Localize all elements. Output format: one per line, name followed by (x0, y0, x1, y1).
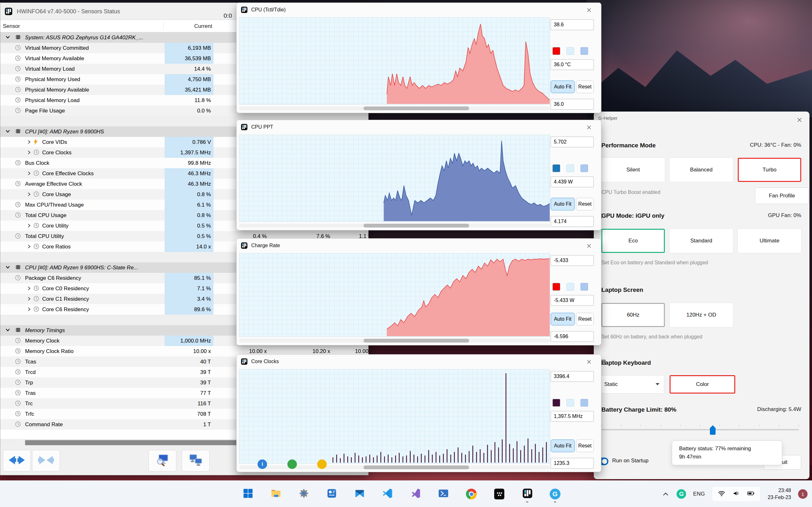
chevron-down-icon[interactable] (5, 328, 10, 334)
keyboard-color-button[interactable]: Color (670, 375, 735, 394)
chevron-down-icon[interactable] (5, 265, 10, 271)
screen-button-60hz[interactable]: 60Hz (601, 303, 665, 327)
grammarly-tray-icon[interactable]: G (676, 489, 686, 499)
grid-color-swatch[interactable] (580, 164, 588, 172)
taskbar-app-mail[interactable] (353, 485, 367, 503)
fan-profile-button[interactable]: Fan Profile (755, 187, 809, 204)
reset-button[interactable]: Reset (576, 313, 594, 326)
column-header-sensor[interactable]: Sensor (3, 20, 20, 32)
screen-button-120hz[interactable]: 120Hz + OD (670, 303, 733, 327)
column-header-current[interactable]: Current (165, 20, 212, 32)
graph-plot-area[interactable] (239, 135, 550, 222)
chevron-right-icon[interactable] (27, 171, 32, 177)
reset-button[interactable]: Reset (576, 80, 594, 93)
chevron-down-icon[interactable] (5, 35, 10, 41)
graph-window-titlebar[interactable]: Core Clocks (237, 354, 601, 369)
background-color-swatch[interactable] (566, 399, 574, 406)
info-icon[interactable]: i (258, 459, 267, 469)
green-status-icon[interactable] (287, 459, 297, 469)
chevron-right-icon[interactable] (27, 139, 32, 146)
wifi-icon[interactable] (718, 490, 725, 498)
scrollbar-thumb[interactable] (363, 339, 469, 343)
scrollbar-thumb[interactable] (363, 107, 469, 110)
graph-window-titlebar[interactable]: CPU (Tctl/Tdie) (237, 3, 601, 17)
gpu-button-ultimate[interactable]: Ultimate (738, 229, 801, 253)
reset-button[interactable]: Reset (576, 440, 594, 452)
graph-horizontal-scrollbar[interactable] (239, 107, 550, 110)
taskbar-app-hwinfo[interactable] (520, 485, 534, 503)
ghelper-close-icon[interactable] (796, 116, 803, 124)
graph-plot-area[interactable] (239, 17, 550, 105)
collapse-columns-button[interactable] (32, 450, 60, 471)
taskbar-app-start[interactable] (241, 485, 255, 503)
grid-color-swatch[interactable] (580, 47, 588, 55)
background-color-swatch[interactable] (566, 283, 574, 291)
battery-tray-icon[interactable] (747, 490, 755, 498)
volume-icon[interactable] (732, 490, 740, 498)
discharging-status: Discharging: 5.4W (757, 406, 801, 412)
auto-fit-button[interactable]: Auto Fit (551, 313, 575, 326)
graph-horizontal-scrollbar[interactable] (239, 339, 550, 343)
background-color-swatch[interactable] (566, 47, 574, 55)
taskbar-app-powershell[interactable] (437, 485, 450, 503)
notification-badge[interactable]: 1 (798, 489, 808, 499)
chevron-right-icon[interactable] (27, 307, 32, 313)
tray-clock[interactable]: 23:48 23-Feb-23 (768, 487, 791, 501)
taskbar-app-file-explorer[interactable] (269, 485, 283, 503)
series-color-swatch[interactable] (553, 164, 560, 172)
warning-status-icon[interactable] (317, 459, 327, 469)
scrollbar-thumb[interactable] (363, 465, 469, 469)
taskbar-app-system-monitor[interactable] (325, 485, 339, 503)
keyboard-mode-dropdown[interactable]: Static (597, 375, 664, 394)
chevron-right-icon[interactable] (27, 192, 32, 198)
screen-zoom-button[interactable] (148, 450, 176, 471)
chevron-right-icon[interactable] (27, 296, 32, 302)
graph-horizontal-scrollbar[interactable] (239, 224, 550, 228)
taskbar-app-settings[interactable] (297, 485, 311, 503)
perf-button-turbo[interactable]: Turbo (738, 158, 801, 182)
taskbar-app-chrome[interactable] (464, 485, 478, 503)
tray-chevron-up-icon[interactable] (661, 490, 670, 498)
perf-button-balanced[interactable]: Balanced (670, 158, 733, 182)
taskbar-app-vscode[interactable] (380, 485, 395, 503)
battery-limit-slider[interactable] (601, 424, 799, 435)
series-color-swatch[interactable] (553, 283, 560, 291)
chevron-right-icon[interactable] (27, 244, 32, 250)
sensor-group-label: Memory Timings (25, 325, 65, 336)
close-icon[interactable] (585, 242, 593, 250)
auto-fit-button[interactable]: Auto Fit (551, 198, 575, 210)
tray-status-pill[interactable] (712, 486, 761, 502)
perf-button-silent[interactable]: Silent (601, 158, 665, 182)
chevron-down-icon[interactable] (5, 129, 10, 135)
series-color-swatch[interactable] (553, 399, 560, 406)
gpu-button-eco[interactable]: Eco (601, 229, 665, 253)
language-indicator[interactable]: ENG (693, 491, 705, 497)
grid-color-swatch[interactable] (580, 283, 588, 291)
chevron-right-icon[interactable] (27, 150, 32, 156)
taskbar-app-visual-studio[interactable] (409, 485, 422, 503)
close-icon[interactable] (585, 6, 593, 14)
graph-plot-area[interactable] (239, 253, 550, 337)
chevron-right-icon[interactable] (27, 223, 32, 229)
close-icon[interactable] (585, 123, 593, 131)
reset-button[interactable]: Reset (576, 198, 594, 210)
close-icon[interactable] (585, 358, 593, 366)
graph-window-titlebar[interactable]: CPU PPT (237, 120, 601, 134)
gpu-button-standard[interactable]: Standard (670, 229, 733, 253)
sensor-current-value: 0.0 % (165, 106, 213, 116)
taskbar-app-g-helper[interactable]: G (548, 485, 562, 503)
scrollbar-thumb[interactable] (363, 224, 469, 228)
graph-plot-area[interactable] (239, 369, 550, 464)
series-color-swatch[interactable] (553, 47, 560, 55)
chevron-right-icon[interactable] (27, 286, 32, 292)
turbo-boost-caption: CPU Turbo Boost enabled (601, 189, 660, 195)
graph-window-titlebar[interactable]: Charge Rate (237, 239, 601, 252)
taskbar-app-terminal[interactable] (492, 485, 506, 503)
auto-fit-button[interactable]: Auto Fit (551, 440, 575, 452)
expand-columns-button[interactable] (3, 450, 31, 471)
slider-thumb[interactable] (710, 425, 716, 435)
remote-monitor-button[interactable] (182, 450, 210, 471)
auto-fit-button[interactable]: Auto Fit (551, 80, 575, 93)
grid-color-swatch[interactable] (580, 399, 588, 406)
background-color-swatch[interactable] (566, 164, 574, 172)
